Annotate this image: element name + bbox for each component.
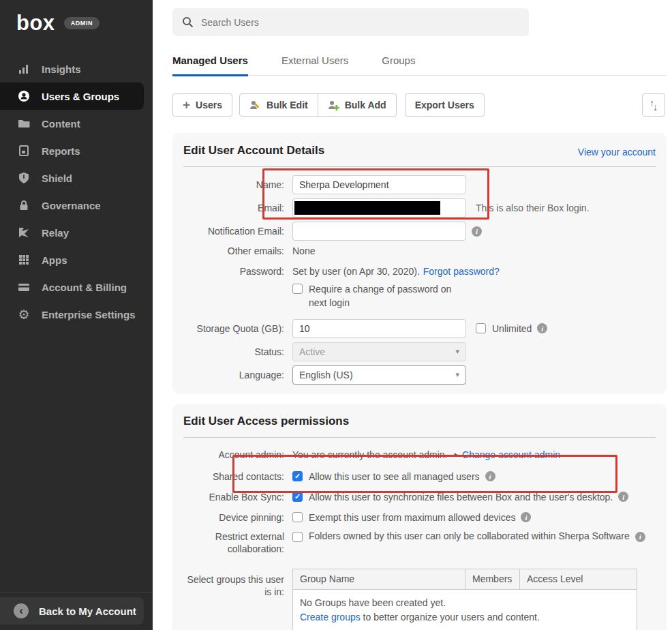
account-admin-text: You are currently the account admin. bbox=[292, 449, 448, 460]
sort-button[interactable]: ↑↓ bbox=[642, 93, 665, 117]
box-logo: box bbox=[16, 12, 55, 33]
sidebar-item-label: Content bbox=[42, 118, 80, 130]
back-label: Back to My Account bbox=[39, 605, 136, 617]
account-admin-label: Account admin: bbox=[183, 449, 292, 461]
tab-groups[interactable]: Groups bbox=[382, 55, 415, 75]
info-icon[interactable] bbox=[485, 471, 495, 481]
column-header-members: Members bbox=[465, 569, 520, 589]
panel-title: Edit User Access permissions bbox=[183, 415, 349, 428]
sidebar-item-insights[interactable]: Insights bbox=[0, 55, 144, 82]
sidebar-item-label: Relay bbox=[42, 227, 69, 239]
bulk-add-label: Bulk Add bbox=[345, 100, 386, 110]
sidebar-item-label: Account & Billing bbox=[42, 282, 127, 293]
folder-icon bbox=[18, 117, 30, 130]
unlimited-label: Unlimited bbox=[492, 323, 532, 334]
sidebar-item-governance[interactable]: Governance bbox=[0, 192, 144, 219]
unlimited-checkbox[interactable] bbox=[476, 323, 486, 333]
sidebar-item-enterprise-settings[interactable]: ⚙ Enterprise Settings bbox=[0, 301, 144, 328]
sidebar-item-reports[interactable]: Reports bbox=[0, 137, 144, 164]
export-users-label: Export Users bbox=[415, 100, 474, 110]
groups-table: Group Name Members Access Level No Group… bbox=[292, 569, 637, 630]
sidebar-item-label: Governance bbox=[42, 200, 101, 211]
info-icon[interactable] bbox=[635, 532, 645, 542]
chevron-down-icon bbox=[455, 370, 459, 379]
relay-flag-icon bbox=[18, 226, 30, 239]
gear-icon: ⚙ bbox=[18, 308, 30, 320]
storage-quota-field[interactable]: 10 bbox=[292, 319, 466, 338]
device-pinning-row: Device pinning: Exempt this user from ma… bbox=[183, 510, 656, 525]
account-details-panel: Edit User Account Details View your acco… bbox=[172, 133, 667, 394]
sidebar: box ADMIN Insights Users & Groups Conten… bbox=[0, 0, 153, 630]
change-account-admin-link[interactable]: Change account admin bbox=[462, 449, 560, 460]
account-admin-row: Account admin: You are currently the acc… bbox=[183, 447, 656, 462]
tab-managed-users[interactable]: Managed Users bbox=[172, 55, 248, 75]
language-label: Language: bbox=[183, 369, 292, 381]
bulk-add-button[interactable]: Bulk Add bbox=[318, 93, 397, 117]
restrict-collab-checkbox[interactable] bbox=[292, 532, 303, 542]
device-pinning-checkbox[interactable] bbox=[292, 512, 303, 522]
restrict-collab-label: Restrict external collaboration: bbox=[183, 530, 292, 555]
box-sync-checkbox[interactable] bbox=[292, 492, 303, 502]
shared-contacts-checkbox[interactable] bbox=[292, 471, 303, 481]
panel-head: Edit User Access permissions bbox=[183, 415, 656, 438]
other-emails-value: None bbox=[292, 245, 315, 256]
person-circle-icon bbox=[18, 90, 30, 102]
name-row: Name: Sherpa Development bbox=[183, 175, 656, 194]
name-label: Name: bbox=[183, 179, 292, 191]
redacted-email-value bbox=[294, 201, 440, 215]
sidebar-item-users-groups[interactable]: Users & Groups bbox=[0, 82, 144, 110]
notification-email-field[interactable] bbox=[292, 222, 466, 241]
logo-row: box ADMIN bbox=[0, 0, 153, 40]
email-field[interactable] bbox=[292, 198, 466, 217]
email-note: This is also their Box login. bbox=[476, 202, 590, 213]
storage-quota-row: Storage Quota (GB): 10 Unlimited bbox=[183, 319, 656, 338]
language-select[interactable]: English (US) bbox=[292, 365, 466, 385]
restrict-collab-row: Restrict external collaboration: Folders… bbox=[183, 530, 656, 555]
info-icon[interactable] bbox=[537, 323, 547, 333]
sidebar-item-label: Shield bbox=[42, 172, 72, 184]
shared-contacts-text: Allow this user to see all managed users bbox=[309, 471, 480, 482]
toolbar: + Users Bulk Edit Bulk Add Export Users … bbox=[172, 93, 667, 117]
sidebar-item-label: Apps bbox=[42, 254, 67, 266]
add-users-label: Users bbox=[196, 100, 222, 110]
sidebar-item-shield[interactable]: Shield bbox=[0, 164, 144, 192]
back-to-my-account-button[interactable]: ‹ Back to My Account bbox=[0, 597, 144, 625]
column-header-group-name: Group Name bbox=[293, 569, 465, 589]
status-select: Active bbox=[292, 342, 466, 361]
password-status-text: Set by user (on Apr 30, 2020). bbox=[292, 266, 420, 277]
panel-title: Edit User Account Details bbox=[183, 144, 324, 158]
create-groups-link[interactable]: Create groups bbox=[300, 612, 361, 622]
status-value: Active bbox=[299, 346, 325, 357]
chevron-left-icon: ‹ bbox=[14, 603, 29, 618]
device-pinning-text: Exempt this user from maximum allowed de… bbox=[309, 512, 515, 523]
other-emails-row: Other emails: None bbox=[183, 243, 656, 258]
sidebar-item-relay[interactable]: Relay bbox=[0, 219, 144, 246]
name-field[interactable]: Sherpa Development bbox=[292, 175, 466, 194]
sidebar-item-account-billing[interactable]: Account & Billing bbox=[0, 273, 144, 301]
require-password-change-checkbox[interactable] bbox=[292, 284, 303, 294]
info-icon[interactable] bbox=[521, 512, 531, 522]
info-icon[interactable] bbox=[472, 226, 482, 237]
export-users-button[interactable]: Export Users bbox=[405, 93, 485, 117]
sidebar-footer: ‹ Back to My Account bbox=[0, 592, 153, 630]
search-input[interactable]: Search Users bbox=[172, 8, 529, 36]
notification-email-label: Notification Email: bbox=[183, 225, 292, 237]
tab-external-users[interactable]: External Users bbox=[281, 55, 348, 75]
search-placeholder: Search Users bbox=[201, 17, 259, 28]
sidebar-item-apps[interactable]: Apps bbox=[0, 246, 144, 273]
bulk-edit-button[interactable]: Bulk Edit bbox=[239, 93, 318, 117]
lock-icon bbox=[18, 199, 30, 211]
box-sync-text: Allow this user to synchronize files bet… bbox=[309, 492, 613, 502]
select-groups-row: Select groups this user is in: Group Nam… bbox=[183, 569, 656, 630]
add-users-button[interactable]: + Users bbox=[172, 93, 232, 117]
search-icon bbox=[182, 16, 194, 28]
info-icon[interactable] bbox=[618, 492, 628, 502]
empty-line-1: No Groups have been created yet. bbox=[300, 596, 630, 610]
password-row: Password: Set by user (on Apr 30, 2020).… bbox=[183, 264, 656, 279]
storage-quota-label: Storage Quota (GB): bbox=[183, 322, 292, 335]
document-icon bbox=[18, 145, 30, 157]
disclosure-arrow-icon bbox=[455, 450, 459, 459]
view-your-account-link[interactable]: View your account bbox=[578, 147, 656, 158]
forgot-password-link[interactable]: Forgot password? bbox=[423, 266, 500, 277]
sidebar-item-content[interactable]: Content bbox=[0, 110, 144, 137]
